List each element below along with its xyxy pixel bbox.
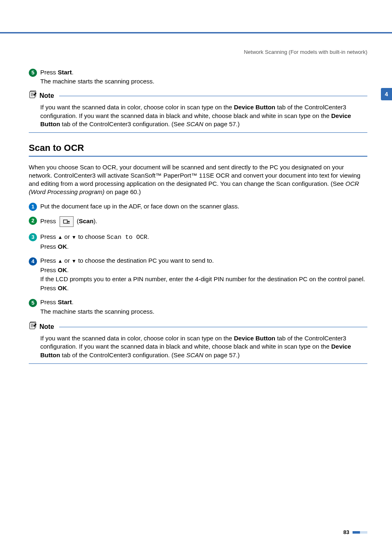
intro-paragraph: When you choose Scan to OCR, your docume… xyxy=(29,163,367,197)
down-triangle-icon: ▼ xyxy=(71,258,76,264)
step3-body: Press ▲ or ▼ to choose Scan to OCR. Pres… xyxy=(40,233,367,252)
text: on page 57.) xyxy=(203,120,240,127)
step5-top-line1: Press Start. xyxy=(40,68,367,76)
step-row-top: 5 Press Start. The machine starts the sc… xyxy=(29,68,367,87)
note-header-1: Note xyxy=(29,90,367,101)
top-rule-2 xyxy=(0,33,392,34)
step5-line2: The machine starts the scanning process. xyxy=(40,308,367,316)
note-end-rule-1 xyxy=(29,132,367,133)
down-triangle-icon: ▼ xyxy=(71,234,76,240)
note-header-2: Note xyxy=(29,321,367,332)
step-bullet-4: 4 xyxy=(29,257,40,265)
chapter-tab: 4 xyxy=(381,88,392,100)
text-bold: Scan xyxy=(79,217,94,224)
text: Press xyxy=(40,284,58,291)
page-number: 83 xyxy=(344,529,349,535)
bullet-5-icon: 5 xyxy=(29,69,37,77)
text-bold: Start xyxy=(58,69,72,76)
note-body-1: If you want the scanned data in color, c… xyxy=(29,101,367,132)
text: . xyxy=(67,266,69,273)
step-bullet-2: 2 xyxy=(29,216,40,225)
text: . xyxy=(147,233,149,240)
text: . xyxy=(72,298,74,305)
text: If you want the scanned data in color, c… xyxy=(40,335,234,342)
text-italic: SCAN xyxy=(186,352,203,358)
text: ( xyxy=(75,217,79,224)
step1-text: Put the document face up in the ADF, or … xyxy=(40,202,367,210)
step2-text: Press (Scan). xyxy=(40,216,367,227)
note-label-2: Note xyxy=(39,322,54,331)
bullet-1-icon: 1 xyxy=(29,203,37,211)
text: tab of the ControlCenter3 configuration.… xyxy=(60,120,186,127)
step4-line2: Press OK. xyxy=(40,266,367,274)
note-body-2: If you want the scanned data in color, c… xyxy=(29,332,367,363)
text: to choose the destination PC you want to… xyxy=(76,257,214,264)
bullet-4-icon: 4 xyxy=(29,257,37,266)
step3-line1: Press ▲ or ▼ to choose Scan to OCR. xyxy=(40,233,367,242)
step5-top-line2: The machine starts the scanning process. xyxy=(40,77,367,86)
breadcrumb: Network Scanning (For models with built-… xyxy=(29,49,367,56)
text: Press xyxy=(40,233,58,240)
step-row-4: 4 Press ▲ or ▼ to choose the destination… xyxy=(29,257,367,293)
text: or xyxy=(62,233,71,240)
page-footer: 83 xyxy=(344,529,367,535)
text: Press xyxy=(40,266,58,273)
text: Press xyxy=(40,243,58,250)
step-row-1: 1 Put the document face up in the ADF, o… xyxy=(29,202,367,211)
text: If you want the scanned data in color, c… xyxy=(40,104,234,111)
scan-key-icon xyxy=(60,216,74,227)
step-bullet-3: 3 xyxy=(29,233,40,241)
note-icon xyxy=(29,90,37,101)
text: tab of the ControlCenter3 configuration.… xyxy=(60,352,186,358)
text: . xyxy=(67,243,69,250)
text-bold: Device Button xyxy=(234,104,275,111)
step3-line2: Press OK. xyxy=(40,243,367,251)
text: Press xyxy=(40,217,58,224)
step-row-5: 5 Press Start. The machine starts the sc… xyxy=(29,298,367,317)
step5-body: Press Start. The machine starts the scan… xyxy=(40,298,367,317)
footer-bar-dark xyxy=(353,531,360,534)
step5-line1: Press Start. xyxy=(40,298,367,306)
step-body-top: Press Start. The machine starts the scan… xyxy=(40,68,367,87)
step-bullet-5-top: 5 xyxy=(29,68,40,77)
text: or xyxy=(62,257,71,264)
note-label-1: Note xyxy=(39,91,54,100)
heading-underline xyxy=(29,156,367,157)
up-triangle-icon: ▲ xyxy=(58,234,63,240)
top-band xyxy=(0,0,392,32)
code-text: Scan to OCR xyxy=(106,234,147,241)
text: Press xyxy=(40,298,58,305)
bullet-5-icon: 5 xyxy=(29,299,37,307)
note-end-rule-2 xyxy=(29,363,367,364)
text: to choose xyxy=(76,233,106,240)
note-rule-1 xyxy=(59,96,367,96)
text-italic: SCAN xyxy=(186,120,203,127)
up-triangle-icon: ▲ xyxy=(58,258,63,264)
bullet-2-icon: 2 xyxy=(29,217,37,225)
text: When you choose Scan to OCR, your docume… xyxy=(29,164,360,187)
text: ). xyxy=(94,217,97,224)
text-bold: Start xyxy=(58,298,72,305)
step-row-3: 3 Press ▲ or ▼ to choose Scan to OCR. Pr… xyxy=(29,233,367,252)
text: . xyxy=(72,69,74,76)
note-rule-2 xyxy=(59,327,367,327)
step1-body: Put the document face up in the ADF, or … xyxy=(40,202,367,211)
text: . xyxy=(67,284,69,291)
step-bullet-1: 1 xyxy=(29,202,40,211)
footer-bar-light xyxy=(360,531,367,534)
step4-body: Press ▲ or ▼ to choose the destination P… xyxy=(40,257,367,293)
text: Press xyxy=(40,69,58,76)
text-bold: OK xyxy=(58,243,67,250)
step-bullet-5: 5 xyxy=(29,298,40,307)
note-icon xyxy=(29,321,37,332)
text: Press xyxy=(40,257,58,264)
step-row-2: 2 Press (Scan). xyxy=(29,216,367,228)
step4-line4: Press OK. xyxy=(40,284,367,292)
text-bold: OK xyxy=(58,284,67,291)
steps-list: 1 Put the document face up in the ADF, o… xyxy=(29,202,367,317)
content-area: Network Scanning (For models with built-… xyxy=(0,49,392,364)
heading-scan-to-ocr: Scan to OCR xyxy=(29,142,367,154)
page-container: 4 Network Scanning (For models with buil… xyxy=(0,0,392,555)
step4-line3: If the LCD prompts you to enter a PIN nu… xyxy=(40,275,367,283)
text: on page 57.) xyxy=(203,352,240,358)
